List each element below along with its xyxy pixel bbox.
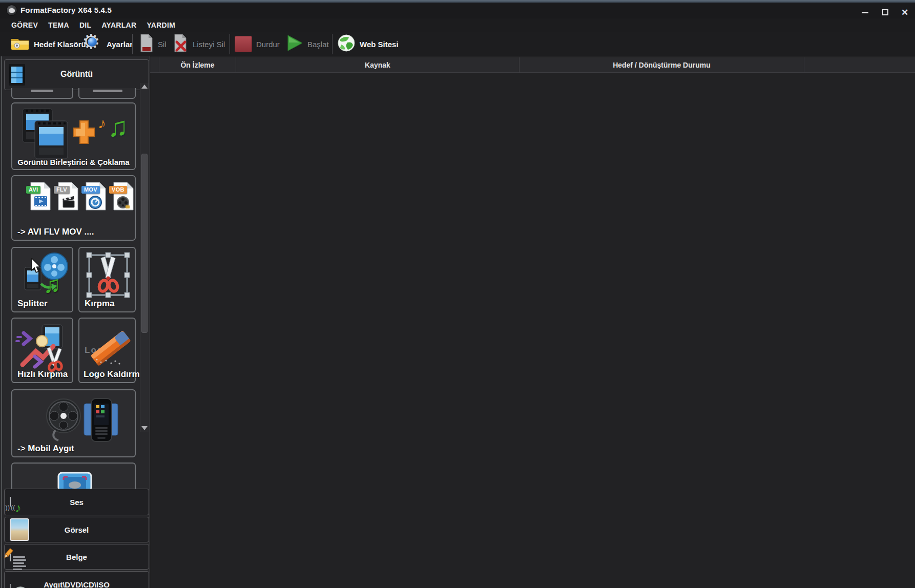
fast-crop-icon bbox=[15, 323, 72, 374]
crop-scissors-icon bbox=[85, 251, 131, 301]
category-belge[interactable]: Belge bbox=[4, 544, 149, 570]
column-source[interactable]: Kaynak bbox=[236, 57, 519, 73]
app-logo-icon bbox=[6, 5, 17, 16]
menubar: GÖREV TEMA DIL AYARLAR YARDIM bbox=[0, 18, 915, 32]
menu-ayarlar[interactable]: AYARLAR bbox=[101, 21, 136, 29]
task-list-empty-area bbox=[150, 73, 915, 588]
toolbar-separator bbox=[332, 34, 332, 54]
category-header-label: Görüntü bbox=[5, 70, 149, 79]
close-button[interactable]: ✕ bbox=[897, 7, 913, 18]
column-preview[interactable]: Ön İzleme bbox=[159, 57, 236, 73]
delete-item-icon bbox=[139, 33, 154, 55]
mov-file-icon: MOV bbox=[84, 181, 108, 211]
row-marker-column bbox=[150, 57, 159, 73]
clear-list-button[interactable]: Listeyi Sil bbox=[173, 32, 225, 56]
start-button[interactable]: Başlat bbox=[286, 32, 329, 56]
sidebar: Görüntü ♪ ♫ Görüntü bbox=[0, 56, 150, 588]
sidebar-scrollbar[interactable] bbox=[140, 83, 149, 432]
vob-file-icon: VOB bbox=[112, 181, 135, 211]
tile-logo-remove[interactable]: Logo Logo Kaldırm bbox=[78, 318, 136, 383]
toolbar-separator bbox=[230, 34, 230, 54]
tile-video-formats[interactable]: AVI FLV bbox=[11, 175, 136, 241]
tile-splitter[interactable]: ♫ Splitter bbox=[11, 247, 73, 312]
clear-list-icon bbox=[173, 33, 189, 55]
task-list-header: Ön İzleme Kaynak Hedef / Dönüştürme Duru… bbox=[150, 57, 915, 73]
toolbar-separator bbox=[132, 34, 133, 54]
menu-tema[interactable]: TEMA bbox=[48, 21, 69, 29]
tile-crop[interactable]: Kırpma bbox=[78, 247, 136, 312]
target-folder-button[interactable]: Hedef Klasörü bbox=[10, 32, 86, 56]
tile-mobile-device[interactable]: -> Mobil Aygıt bbox=[11, 389, 136, 457]
mobile-device-icon bbox=[45, 396, 122, 447]
partial-tile[interactable] bbox=[11, 88, 73, 99]
scrollbar-down-arrow[interactable] bbox=[141, 426, 148, 430]
website-button[interactable]: Web Sitesi bbox=[337, 32, 399, 56]
tile-video-joiner[interactable]: ♪ ♫ Görüntü Birleştirici & Çoklama bbox=[11, 102, 136, 170]
minimize-button[interactable] bbox=[857, 7, 873, 18]
toolbar: Hedef Klasörü ⚙ Ayarlar Sil Listeyi Sil bbox=[0, 32, 915, 56]
settings-gear-icon: ⚙ bbox=[82, 33, 102, 55]
mouse-cursor bbox=[30, 258, 43, 277]
menu-yardim[interactable]: YARDIM bbox=[147, 21, 175, 29]
scrollbar-up-arrow[interactable] bbox=[141, 85, 148, 89]
logo-eraser-icon bbox=[82, 322, 135, 371]
website-globe-icon bbox=[337, 34, 356, 54]
menu-gorev[interactable]: GÖREV bbox=[11, 21, 38, 29]
window-title: FormatFactory X64 5.4.5 bbox=[20, 6, 112, 14]
partial-tile[interactable] bbox=[11, 463, 136, 489]
category-ses[interactable]: ((♪)) Ses bbox=[4, 489, 149, 515]
music-note-icon: ♫ bbox=[108, 113, 129, 140]
stop-icon bbox=[235, 36, 252, 52]
scrollbar-thumb[interactable] bbox=[141, 154, 148, 333]
music-note-icon: ♫ bbox=[43, 272, 61, 296]
category-aygit-dvd-cd-iso[interactable]: Aygıt\DVD\CD\ISO bbox=[4, 571, 149, 588]
window-left-edge bbox=[1, 56, 2, 588]
titlebar: FormatFactory X64 5.4.5 ✕ bbox=[0, 3, 915, 18]
category-gorsel[interactable]: Görsel bbox=[4, 517, 149, 542]
maximize-button[interactable] bbox=[877, 7, 893, 18]
start-play-icon bbox=[286, 34, 303, 54]
menu-dil[interactable]: DIL bbox=[79, 21, 91, 29]
column-target-status[interactable]: Hedef / Dönüştürme Durumu bbox=[519, 57, 804, 73]
category-header-goruntu[interactable]: Görüntü bbox=[4, 59, 149, 90]
tile-fast-crop[interactable]: Hızlı Kırpma bbox=[11, 318, 73, 383]
target-folder-icon bbox=[10, 35, 30, 53]
bass-clef-note-icon: ♪ bbox=[97, 115, 108, 132]
settings-button[interactable]: ⚙ Ayarlar bbox=[82, 32, 133, 56]
delete-button[interactable]: Sil bbox=[139, 32, 167, 56]
partial-tile[interactable] bbox=[78, 88, 136, 99]
video-joiner-mux-icon bbox=[22, 108, 98, 163]
avi-file-icon: AVI bbox=[29, 181, 52, 211]
flv-file-icon: FLV bbox=[56, 181, 80, 211]
stop-button[interactable]: Durdur bbox=[235, 32, 280, 56]
